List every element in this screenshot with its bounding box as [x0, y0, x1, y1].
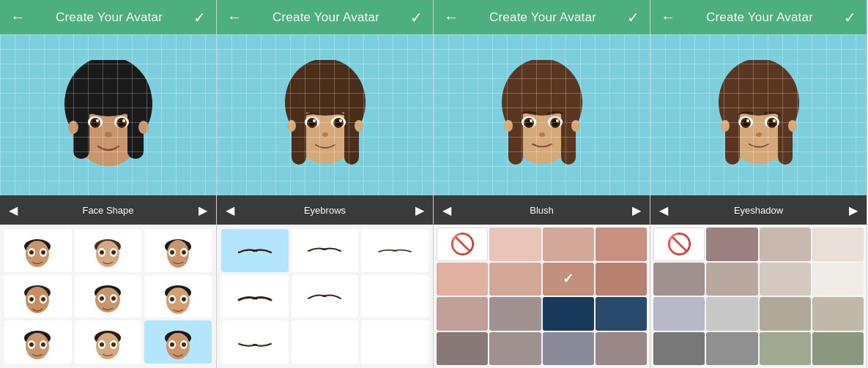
confirm-button-3[interactable]: ✓ — [627, 9, 639, 26]
svg-point-90 — [505, 69, 579, 116]
svg-point-102 — [719, 60, 799, 146]
next-category-3[interactable]: ▶ — [632, 203, 641, 217]
eyebrow-option-9[interactable] — [361, 320, 429, 364]
eyebrow-option-2[interactable] — [292, 229, 359, 272]
eyeshadow-color-15[interactable] — [812, 332, 864, 366]
eyeshadow-color-4[interactable] — [653, 263, 705, 296]
face-option-2[interactable] — [75, 229, 142, 272]
eyeshadow-color-6[interactable] — [760, 263, 811, 296]
blush-color-7[interactable] — [596, 263, 647, 296]
blush-color-9[interactable] — [489, 297, 541, 331]
eyeshadow-color-2[interactable] — [760, 228, 811, 261]
eyebrow-option-8[interactable] — [292, 320, 359, 364]
face-option-3[interactable] — [144, 229, 212, 272]
eyebrow-option-3[interactable] — [361, 229, 429, 272]
blush-color-12[interactable] — [437, 332, 488, 366]
confirm-button-2[interactable]: ✓ — [410, 9, 423, 26]
prev-category-3[interactable]: ◀ — [442, 203, 451, 217]
no-blush-icon: 🚫 — [450, 232, 475, 256]
eyeshadow-color-7[interactable] — [812, 263, 864, 296]
category-nav-1: ◀ Face Shape ▶ — [0, 195, 216, 225]
back-button-2[interactable]: ← — [227, 9, 242, 26]
blush-color-3[interactable] — [596, 228, 647, 261]
blush-color-11[interactable] — [596, 297, 647, 331]
face-option-1[interactable] — [4, 229, 72, 272]
face-option-9[interactable] — [144, 320, 212, 364]
blush-color-15[interactable] — [596, 332, 647, 366]
back-button-1[interactable]: ← — [10, 9, 25, 26]
eyeshadow-color-13[interactable] — [706, 332, 757, 366]
svg-point-38 — [29, 297, 34, 301]
next-category-4[interactable]: ▶ — [849, 203, 858, 217]
face-option-6[interactable] — [144, 275, 212, 318]
eyebrow-option-7[interactable] — [221, 320, 289, 364]
svg-point-116 — [721, 120, 730, 132]
eyebrow-option-6[interactable] — [361, 275, 429, 318]
svg-point-99 — [539, 132, 545, 137]
svg-point-71 — [292, 88, 359, 164]
svg-rect-105 — [778, 102, 793, 165]
eyebrow-option-4[interactable] — [221, 275, 289, 318]
eyeshadow-color-9[interactable] — [706, 297, 757, 331]
eyeshadow-color-5[interactable] — [706, 263, 757, 296]
svg-point-93 — [524, 118, 534, 128]
back-button-4[interactable]: ← — [661, 9, 675, 26]
svg-point-106 — [722, 69, 795, 116]
panel-face-shape: ← Create Your Avatar ✓ — [0, 0, 217, 368]
face-option-4[interactable] — [4, 275, 72, 318]
svg-point-57 — [41, 342, 45, 347]
svg-point-51 — [182, 297, 186, 301]
next-category-2[interactable]: ▶ — [415, 203, 424, 217]
avatar-preview-3 — [434, 34, 650, 195]
svg-point-63 — [111, 342, 116, 347]
face-option-7[interactable] — [4, 320, 72, 364]
header-3: ← Create Your Avatar ✓ — [434, 0, 650, 34]
eyeshadow-color-8[interactable] — [653, 297, 705, 331]
eyeshadow-color-3[interactable] — [812, 228, 864, 261]
blush-color-8[interactable] — [437, 297, 488, 331]
eyeshadow-none[interactable]: 🚫 — [653, 228, 705, 261]
eyeshadow-color-10[interactable] — [760, 297, 811, 331]
confirm-button-1[interactable]: ✓ — [193, 9, 206, 26]
svg-point-83 — [322, 132, 328, 137]
blush-color-5[interactable] — [489, 263, 541, 296]
blush-color-1[interactable] — [489, 228, 541, 261]
header-4: ← Create Your Avatar ✓ — [650, 0, 867, 34]
eyeshadow-color-1[interactable] — [706, 228, 757, 261]
svg-point-117 — [788, 120, 797, 132]
blush-color-13[interactable] — [489, 332, 541, 366]
svg-point-86 — [502, 60, 582, 146]
next-category-1[interactable]: ▶ — [199, 203, 207, 217]
confirm-button-4[interactable]: ✓ — [844, 9, 856, 26]
prev-category-4[interactable]: ◀ — [659, 203, 668, 217]
blush-color-10[interactable] — [543, 297, 594, 331]
svg-point-70 — [285, 60, 366, 146]
svg-point-10 — [119, 120, 125, 126]
face-option-8[interactable] — [75, 320, 142, 364]
svg-point-74 — [289, 69, 362, 116]
blush-color-4[interactable] — [437, 263, 488, 296]
blush-color-6[interactable]: ✓ — [543, 263, 594, 296]
eyebrow-option-1[interactable] — [221, 229, 289, 272]
category-label-2: Eyebrows — [304, 205, 346, 216]
svg-point-39 — [41, 297, 45, 301]
header-2: ← Create Your Avatar ✓ — [217, 0, 433, 34]
blush-color-2[interactable] — [543, 228, 594, 261]
svg-point-81 — [313, 119, 316, 122]
eyebrow-option-5[interactable] — [292, 275, 359, 318]
blush-color-14[interactable] — [543, 332, 594, 366]
prev-category-2[interactable]: ◀ — [226, 203, 234, 217]
svg-point-6 — [114, 116, 129, 128]
eyeshadow-color-11[interactable] — [812, 297, 864, 331]
eyeshadow-color-14[interactable] — [760, 332, 811, 366]
back-button-3[interactable]: ← — [444, 9, 459, 26]
face-option-5[interactable] — [75, 275, 142, 318]
avatar-preview-4 — [650, 34, 867, 195]
panel-eyeshadow: ← Create Your Avatar ✓ — [650, 0, 867, 368]
category-label-3: Blush — [530, 205, 554, 216]
prev-category-1[interactable]: ◀ — [9, 203, 18, 217]
svg-point-15 — [138, 121, 149, 134]
blush-none[interactable]: 🚫 — [437, 228, 488, 261]
eyeshadow-color-12[interactable] — [653, 332, 705, 366]
svg-point-32 — [170, 250, 174, 255]
